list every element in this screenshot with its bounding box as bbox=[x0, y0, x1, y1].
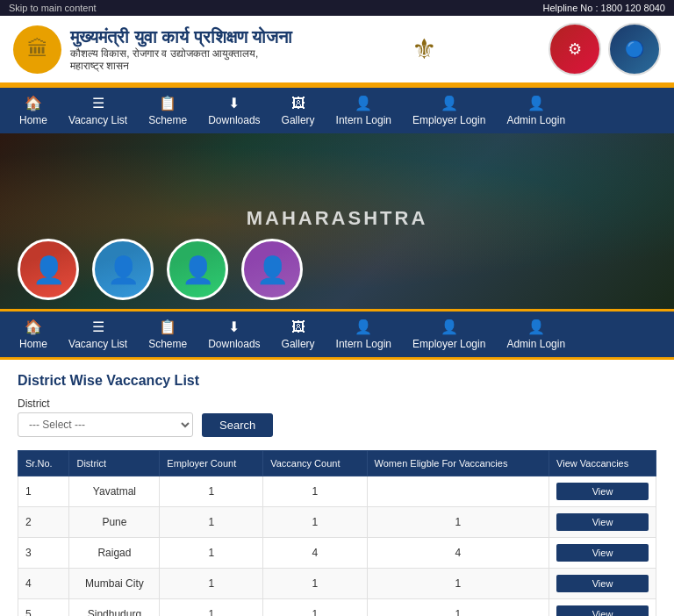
nav2-gallery-label: Gallery bbox=[282, 338, 315, 350]
list-icon-2: ☰ bbox=[92, 319, 104, 335]
table-row: 3 Raigad 1 4 4 View bbox=[18, 538, 656, 569]
nav-intern-login[interactable]: 👤 Intern Login bbox=[326, 88, 402, 133]
header-text-block: मुख्यमंत्री युवा कार्य प्रशिक्षण योजना क… bbox=[70, 27, 301, 72]
filter-row: --- Select --- Search bbox=[18, 412, 656, 437]
nav2-employer-login[interactable]: 👤 Employer Login bbox=[402, 312, 496, 357]
helpline-text: Helpline No : 1800 120 8040 bbox=[543, 3, 665, 13]
nav-vacancy-label: Vacancy List bbox=[68, 114, 127, 126]
nav-employer-label: Employer Login bbox=[412, 114, 485, 126]
cell-vacancy-count: 1 bbox=[263, 569, 367, 599]
nav-gallery-label: Gallery bbox=[282, 114, 315, 126]
cell-district: Mumbai City bbox=[69, 569, 160, 599]
col-district: District bbox=[69, 451, 160, 476]
cell-vacancy-count: 4 bbox=[263, 538, 367, 569]
view-button[interactable]: View bbox=[556, 483, 649, 500]
site-title: मुख्यमंत्री युवा कार्य प्रशिक्षण योजना bbox=[70, 27, 301, 47]
cell-view-action: View bbox=[549, 538, 656, 569]
cell-vacancy-count: 1 bbox=[263, 599, 367, 617]
table-row: 4 Mumbai City 1 1 1 View bbox=[18, 569, 656, 599]
nav2-home-label: Home bbox=[19, 338, 47, 350]
nav2-admin-login[interactable]: 👤 Admin Login bbox=[496, 312, 576, 357]
view-button[interactable]: View bbox=[556, 605, 649, 616]
vacancy-table-wrapper: Sr.No. District Employer Count Vaccancy … bbox=[18, 450, 656, 616]
nav2-intern-label: Intern Login bbox=[336, 338, 391, 350]
nav2-home[interactable]: 🏠 Home bbox=[9, 312, 58, 357]
view-button[interactable]: View bbox=[556, 513, 649, 531]
cell-srno: 2 bbox=[18, 507, 69, 538]
table-row: 5 Sindhudurg 1 1 1 View bbox=[18, 599, 656, 617]
person-avatar-1: 👤 bbox=[18, 239, 79, 300]
table-header: Sr.No. District Employer Count Vaccancy … bbox=[18, 451, 656, 476]
main-content: District Wise Vaccancy List District ---… bbox=[0, 360, 674, 616]
partner-logo-1: ⚙ bbox=[549, 23, 601, 75]
nav-scheme[interactable]: 📋 Scheme bbox=[138, 88, 197, 133]
search-button[interactable]: Search bbox=[202, 413, 273, 437]
person-avatar-2: 👤 bbox=[92, 239, 154, 300]
cell-employer-count: 1 bbox=[160, 569, 263, 599]
employer-user-icon: 👤 bbox=[441, 95, 458, 111]
nav2-downloads-label: Downloads bbox=[208, 338, 260, 350]
cell-women-eligible: 1 bbox=[367, 569, 549, 599]
cell-district: Sindhudurg bbox=[69, 599, 160, 617]
filter-group: District --- Select --- Search bbox=[18, 398, 656, 450]
partner-logo-2: 🔵 bbox=[608, 23, 661, 75]
state-emblem-logo: 🏛 bbox=[13, 25, 61, 74]
cell-view-action: View bbox=[549, 476, 656, 507]
gallery-icon: 🖼 bbox=[291, 96, 305, 111]
nav2-vacancy-list[interactable]: ☰ Vacancy List bbox=[58, 312, 138, 357]
table-row: 1 Yavatmal 1 1 View bbox=[18, 476, 656, 507]
view-button[interactable]: View bbox=[556, 544, 649, 562]
cell-srno: 4 bbox=[18, 569, 69, 599]
cell-view-action: View bbox=[549, 507, 656, 538]
nav-admin-label: Admin Login bbox=[506, 114, 565, 126]
nav2-admin-label: Admin Login bbox=[506, 338, 565, 350]
nav2-scheme[interactable]: 📋 Scheme bbox=[138, 312, 197, 357]
ashoka-emblem: ⚜ bbox=[412, 32, 437, 66]
gallery-icon-2: 🖼 bbox=[291, 319, 305, 335]
admin-user-icon: 👤 bbox=[527, 95, 545, 111]
nav-vacancy-list[interactable]: ☰ Vacancy List bbox=[58, 88, 138, 133]
cell-view-action: View bbox=[549, 599, 656, 617]
cell-vacancy-count: 1 bbox=[263, 507, 367, 538]
main-navbar: 🏠 Home ☰ Vacancy List 📋 Scheme ⬇ Downloa… bbox=[0, 88, 674, 133]
nav2-vacancy-label: Vacancy List bbox=[68, 338, 127, 350]
scheme-icon-2: 📋 bbox=[159, 319, 176, 335]
nav2-employer-label: Employer Login bbox=[412, 338, 485, 350]
hero-people-row: 👤 👤 👤 👤 bbox=[0, 239, 320, 300]
nav2-intern-login[interactable]: 👤 Intern Login bbox=[326, 312, 402, 357]
cell-srno: 1 bbox=[18, 476, 69, 507]
employer-user-icon-2: 👤 bbox=[441, 319, 458, 335]
district-select[interactable]: --- Select --- bbox=[18, 412, 193, 437]
cell-district: Raigad bbox=[69, 538, 160, 569]
section-title: District Wise Vaccancy List bbox=[18, 373, 656, 389]
nav-employer-login[interactable]: 👤 Employer Login bbox=[402, 88, 496, 133]
nav-home[interactable]: 🏠 Home bbox=[9, 88, 58, 133]
nav2-gallery[interactable]: 🖼 Gallery bbox=[271, 312, 326, 357]
table-header-row: Sr.No. District Employer Count Vaccancy … bbox=[18, 451, 656, 476]
nav-home-label: Home bbox=[19, 114, 47, 126]
site-subtitle: कौशल्य विकास, रोजगार व उद्योजकता आयुक्ता… bbox=[70, 47, 301, 72]
table-body: 1 Yavatmal 1 1 View 2 Pune 1 1 1 View 3 … bbox=[18, 476, 656, 617]
intern-user-icon-2: 👤 bbox=[355, 319, 372, 335]
nav-intern-label: Intern Login bbox=[336, 114, 391, 126]
cell-district: Pune bbox=[69, 507, 160, 538]
col-women-eligible: Women Eligble For Vaccancies bbox=[367, 451, 549, 476]
nav-downloads[interactable]: ⬇ Downloads bbox=[197, 88, 270, 133]
download-icon: ⬇ bbox=[228, 95, 240, 111]
cell-women-eligible: 1 bbox=[367, 599, 549, 617]
partner-logos: ⚙ 🔵 bbox=[549, 23, 661, 75]
view-button[interactable]: View bbox=[556, 575, 649, 592]
nav-gallery[interactable]: 🖼 Gallery bbox=[271, 89, 326, 133]
emblem-icon: 🏛 bbox=[27, 37, 48, 61]
cell-srno: 3 bbox=[18, 538, 69, 569]
nav-admin-login[interactable]: 👤 Admin Login bbox=[496, 88, 576, 133]
vacancy-table: Sr.No. District Employer Count Vaccancy … bbox=[18, 450, 656, 616]
nav2-downloads[interactable]: ⬇ Downloads bbox=[197, 312, 270, 357]
scheme-icon: 📋 bbox=[159, 95, 176, 111]
cell-srno: 5 bbox=[18, 599, 69, 617]
person-avatar-4: 👤 bbox=[241, 239, 303, 300]
skip-link[interactable]: Skip to main content bbox=[9, 3, 97, 13]
cell-vacancy-count: 1 bbox=[263, 476, 367, 507]
cell-employer-count: 1 bbox=[160, 538, 263, 569]
cell-employer-count: 1 bbox=[160, 507, 263, 538]
